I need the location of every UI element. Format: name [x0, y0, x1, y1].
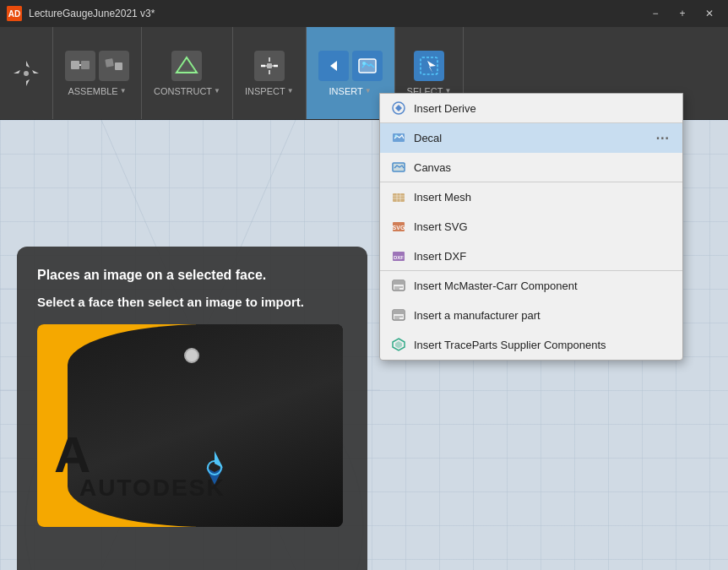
insert-svg-label: Insert SVG: [414, 220, 672, 233]
insert-arrow: ▼: [365, 87, 372, 95]
menu-item-canvas[interactable]: Canvas: [380, 153, 682, 182]
inspect-icons: [254, 51, 285, 81]
construct-icons: [171, 51, 202, 81]
tooltip-title: Places an image on a selected face.: [37, 267, 347, 285]
svg-marker-3: [26, 76, 30, 86]
svg-marker-58: [395, 341, 402, 349]
menu-item-insert-mesh[interactable]: Insert Mesh: [380, 182, 682, 212]
canvas-label: Canvas: [414, 161, 672, 174]
mcmaster-icon: [390, 277, 407, 294]
insert-icon-1: [318, 51, 349, 81]
svg-rect-8: [81, 61, 90, 69]
canvas-icon: [390, 159, 407, 176]
construct-label: CONSTRUCT ▼: [154, 86, 220, 96]
svg-point-6: [24, 71, 29, 76]
svg-rect-10: [105, 58, 113, 67]
svg-point-23: [362, 62, 366, 65]
svg-text:SVG: SVG: [393, 225, 405, 231]
select-icons: [414, 51, 444, 81]
insert-icons: [318, 51, 383, 81]
toolbar-assemble[interactable]: ASSEMBLE ▼: [53, 27, 142, 119]
svg-marker-2: [26, 61, 30, 71]
svg-rect-19: [267, 63, 272, 68]
insert-label: INSERT ▼: [329, 86, 372, 96]
dxf-icon: DXF: [390, 247, 407, 264]
manufacturer-label: Insert a manufacturer part: [414, 309, 672, 322]
insert-derive-label: Insert Derive: [414, 102, 672, 115]
assemble-icon-2: [99, 51, 129, 81]
traceparts-icon: [390, 336, 407, 353]
svg-marker-35: [395, 105, 402, 111]
minimize-button[interactable]: −: [644, 5, 667, 22]
decal-more-dots: ⋯: [652, 130, 672, 146]
derive-icon: [390, 100, 407, 117]
assemble-icon-1: [65, 51, 95, 81]
svg-marker-5: [29, 70, 39, 73]
close-button[interactable]: ✕: [698, 5, 721, 22]
mesh-icon: [390, 188, 407, 205]
autodesk-graphic: A AUTODESK: [37, 324, 343, 527]
svg-marker-25: [427, 61, 436, 73]
select-icon: [414, 51, 444, 81]
decal-icon: [390, 129, 407, 146]
title-bar: AD LectureGaugeJune2021 v3* − + ✕: [0, 0, 728, 27]
svg-text:DXF: DXF: [394, 255, 404, 260]
svg-marker-20: [330, 61, 337, 71]
toolbar-inspect[interactable]: INSPECT ▼: [233, 27, 307, 119]
traceparts-label: Insert TraceParts Supplier Components: [414, 339, 672, 351]
svg-marker-4: [14, 70, 24, 73]
construct-icon-1: [171, 51, 202, 81]
app-icon: AD: [7, 6, 22, 21]
arrow-graphic: [193, 447, 227, 480]
assemble-icons: [65, 51, 129, 81]
svg-rect-50: [393, 280, 405, 285]
menu-item-traceparts[interactable]: Insert TraceParts Supplier Components: [380, 330, 682, 360]
assemble-label: ASSEMBLE ▼: [68, 86, 126, 96]
svg-rect-40: [393, 193, 405, 202]
construct-arrow: ▼: [214, 87, 220, 95]
insert-mesh-label: Insert Mesh: [414, 191, 672, 204]
svg-rect-54: [393, 310, 405, 314]
svg-rect-11: [115, 62, 122, 70]
menu-item-decal[interactable]: Decal ⋯: [380, 123, 682, 153]
menu-item-mcmaster[interactable]: Insert McMaster-Carr Component: [380, 271, 682, 301]
svg-rect-7: [71, 61, 79, 69]
menu-item-manufacturer[interactable]: Insert a manufacturer part: [380, 301, 682, 330]
toolbar-move[interactable]: [0, 27, 53, 119]
menu-item-insert-derive[interactable]: Insert Derive: [380, 94, 682, 123]
maximize-button[interactable]: +: [671, 5, 694, 22]
inspect-arrow: ▼: [287, 87, 294, 95]
decal-label: Decal: [414, 132, 645, 144]
svg-icon: SVG: [390, 218, 407, 235]
svg-text:AD: AD: [8, 9, 20, 19]
menu-item-insert-svg[interactable]: SVG Insert SVG: [380, 212, 682, 242]
insert-icon-2: [352, 51, 383, 81]
tooltip-image: A AUTODESK: [37, 324, 343, 527]
window-controls: − + ✕: [644, 5, 721, 22]
inspect-icon: [254, 51, 285, 81]
dropdown-menu: Insert Derive Decal ⋯ Canvas: [379, 93, 683, 361]
insert-dxf-label: Insert DXF: [414, 250, 672, 263]
window-title: LectureGaugeJune2021 v3*: [29, 8, 644, 19]
menu-item-insert-dxf[interactable]: DXF Insert DXF: [380, 242, 682, 271]
tooltip-subtitle: Select a face then select an image to im…: [37, 295, 347, 309]
rivet: [184, 348, 199, 363]
manufacturer-icon: [390, 307, 407, 323]
inspect-label: INSPECT ▼: [245, 86, 294, 96]
assemble-arrow: ▼: [120, 87, 127, 95]
a-logo: A: [54, 430, 90, 480]
mcmaster-label: Insert McMaster-Carr Component: [414, 280, 672, 292]
move-icon: [10, 57, 42, 90]
tooltip-box: Places an image on a selected face. Sele…: [17, 247, 367, 570]
svg-point-37: [395, 135, 398, 138]
toolbar-construct[interactable]: CONSTRUCT ▼: [142, 27, 233, 119]
